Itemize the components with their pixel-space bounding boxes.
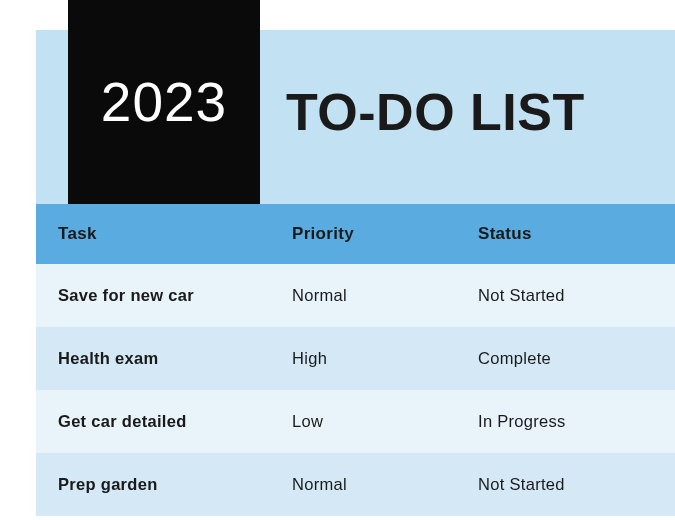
cell-status: Complete bbox=[456, 349, 675, 368]
table-header-row: Task Priority Status bbox=[36, 204, 675, 264]
cell-priority: Low bbox=[270, 412, 456, 431]
cell-task: Save for new car bbox=[36, 286, 270, 305]
table-row: Get car detailed Low In Progress bbox=[36, 390, 675, 453]
cell-task: Health exam bbox=[36, 349, 270, 368]
table-row: Prep garden Normal Not Started bbox=[36, 453, 675, 516]
cell-status: Not Started bbox=[456, 475, 675, 494]
cell-status: In Progress bbox=[456, 412, 675, 431]
cell-priority: Normal bbox=[270, 475, 456, 494]
table-row: Save for new car Normal Not Started bbox=[36, 264, 675, 327]
page-title: TO-DO LIST bbox=[286, 82, 585, 142]
cell-task: Get car detailed bbox=[36, 412, 270, 431]
col-header-priority: Priority bbox=[270, 224, 456, 244]
cell-task: Prep garden bbox=[36, 475, 270, 494]
todo-table: Task Priority Status Save for new car No… bbox=[36, 204, 675, 520]
cell-priority: High bbox=[270, 349, 456, 368]
year-block: 2023 bbox=[68, 0, 260, 204]
todo-document: 2023 TO-DO LIST Task Priority Status Sav… bbox=[0, 0, 675, 520]
cell-priority: Normal bbox=[270, 286, 456, 305]
table-row: Health exam High Complete bbox=[36, 327, 675, 390]
year-text: 2023 bbox=[101, 70, 227, 134]
col-header-task: Task bbox=[36, 224, 270, 244]
cell-status: Not Started bbox=[456, 286, 675, 305]
col-header-status: Status bbox=[456, 224, 675, 244]
